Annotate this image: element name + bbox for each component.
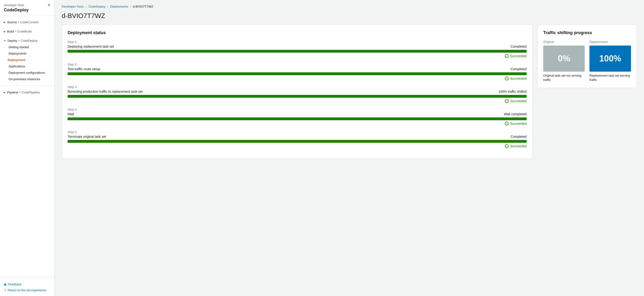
step-3-row: Rerouting production traffic to replacem… [68,90,527,94]
step-4-progress-bar [68,118,527,120]
sidebar-item-deployment-configurations[interactable]: Deployment configurations [0,70,54,76]
step-5-label: Step 5: [68,130,527,134]
old-experience-link[interactable]: ↗ Return to the old experience [4,287,50,293]
step-1: Step 1: Deploying replacement task set C… [68,40,527,58]
traffic-replacement-percent: 100% [599,54,621,64]
step-2-row: Test traffic route setup Completed [68,67,527,71]
step-5-result: Succeeded [510,144,527,148]
step-5-success: ✓ Succeeded [68,144,527,148]
step-3-label: Step 3: [68,85,527,89]
content-grid: Deployment status Step 1: Deploying repl… [62,24,637,159]
footer-divider [0,276,54,276]
page-title: d-BVIO7T7WZ [62,12,637,20]
sidebar-item-deployments[interactable]: Deployments [0,50,54,57]
breadcrumb-current: d-BVIO7T7WZ [133,5,153,8]
traffic-replacement-col: Replacement 100% Replacement task set se… [590,40,631,82]
traffic-shifting-title: Traffic shifting progress [543,30,631,35]
sidebar-item-deploy[interactable]: ▼ Deploy • CodeDeploy [0,38,54,44]
step-1-progress-bar [68,50,527,53]
breadcrumb-developer-tools[interactable]: Developer Tools [62,5,84,8]
traffic-grid: Original 0% Original task set not servin… [543,40,631,82]
sidebar-header: Developer Tools ✕ CodeDeploy [0,0,54,16]
feedback-label: Feedback [8,282,21,286]
pipeline-label: Pipeline [7,90,18,94]
old-experience-label: Return to the old experience [8,288,46,292]
build-sub: CodeBuild [17,30,32,33]
traffic-original-box: 0% [543,46,585,72]
chevron-right-icon: ▶ [4,21,6,24]
sidebar-item-applications[interactable]: Applications [0,63,54,70]
step-2-progress-fill [68,72,527,75]
sidebar-footer: ▣ Feedback ↗ Return to the old experienc… [0,278,54,296]
sidebar-item-getting-started[interactable]: Getting started [0,44,54,50]
check-icon-4: ✓ [505,122,508,126]
feedback-icon: ▣ [4,283,6,286]
check-icon-1: ✓ [505,54,508,58]
step-3-status: 100% traffic shifted [498,90,527,94]
step-4-result: Succeeded [510,122,527,126]
step-1-success: ✓ Succeeded [68,54,527,58]
chevron-down-icon: ▼ [4,39,6,42]
step-4-label: Step 4: [68,108,527,111]
step-4-progress-fill [68,118,527,120]
step-5-row: Terminate original task set Completed [68,135,527,138]
step-4-success: ✓ Succeeded [68,122,527,126]
sidebar-service-label: Developer Tools [4,4,24,7]
feedback-link[interactable]: ▣ Feedback [4,281,50,287]
source-label: Source [7,20,17,24]
chevron-right-icon: ▶ [4,30,6,33]
sidebar-item-pipeline[interactable]: ▶ Pipeline • CodePipeline [0,89,54,96]
breadcrumb-deployments[interactable]: Deployments [110,5,128,8]
chevron-right-icon: ▶ [4,91,6,94]
traffic-original-col: Original 0% Original task set not servin… [543,40,585,82]
sidebar-item-source[interactable]: ▶ Source • CodeCommit [0,19,54,26]
step-5-status: Completed [510,135,527,138]
step-5-name: Terminate original task set [68,135,106,138]
deploy-sub: CodeDeploy [21,39,38,42]
breadcrumb-sep-1: › [86,5,86,8]
build-label: Build [7,30,14,33]
check-icon-5: ✓ [505,144,508,148]
nav-section-deploy: ▼ Deploy • CodeDeploy Getting started De… [0,36,54,84]
traffic-replacement-label: Replacement [590,40,631,44]
step-4-status: Wait completed [504,112,527,116]
sidebar-close-button[interactable]: ✕ [48,3,50,7]
sidebar-item-on-premises-instances[interactable]: On-premises instances [0,76,54,82]
breadcrumb: Developer Tools › CodeDeploy › Deploymen… [62,5,637,8]
nav-divider [0,86,54,86]
traffic-replacement-desc: Replacement task set serving traffic [590,74,631,82]
sidebar-item-deployment[interactable]: Deployment [0,57,54,63]
traffic-original-desc: Original task set not serving traffic [543,74,585,82]
step-2-name: Test traffic route setup [68,67,100,71]
step-1-row: Deploying replacement task set Completed [68,44,527,48]
breadcrumb-codedeploy[interactable]: CodeDeploy [88,5,106,8]
deployment-status-card: Deployment status Step 1: Deploying repl… [62,24,532,159]
step-2-result: Succeeded [510,76,527,80]
step-5: Step 5: Terminate original task set Comp… [68,130,527,148]
step-2-status: Completed [510,67,527,71]
check-icon-3: ✓ [505,99,508,103]
breadcrumb-sep-2: › [108,5,108,8]
check-icon-2: ✓ [505,76,508,80]
step-3-result: Succeeded [510,99,527,103]
step-3: Step 3: Rerouting production traffic to … [68,85,527,103]
traffic-replacement-box: 100% [590,46,631,72]
step-4-row: Wait Wait completed [68,112,527,116]
pipeline-sub: CodePipeline [22,90,40,94]
source-sub: CodeCommit [20,20,38,24]
traffic-shifting-card: Traffic shifting progress Original 0% Or… [537,24,637,88]
step-1-progress-fill [68,50,527,53]
step-3-name: Rerouting production traffic to replacem… [68,90,142,94]
step-1-status: Completed [510,44,527,48]
sidebar-nav: ▶ Source • CodeCommit ▶ Build • CodeBuil… [0,16,54,274]
sidebar-title: CodeDeploy [4,8,50,12]
breadcrumb-sep-3: › [130,5,131,8]
step-3-progress-bar [68,95,527,98]
step-1-label: Step 1: [68,40,527,44]
traffic-original-percent: 0% [558,54,570,64]
step-2-label: Step 2: [68,62,527,66]
main-content: Developer Tools › CodeDeploy › Deploymen… [54,0,644,296]
step-2-success: ✓ Succeeded [68,76,527,80]
nav-section-pipeline: ▶ Pipeline • CodePipeline [0,88,54,97]
sidebar-item-build[interactable]: ▶ Build • CodeBuild [0,28,54,35]
